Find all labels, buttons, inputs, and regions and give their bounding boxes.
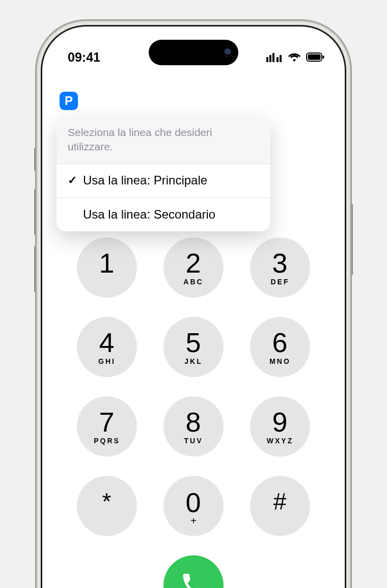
keypad-digit: 1	[99, 249, 115, 277]
keypad-key-star[interactable]: *	[77, 476, 137, 536]
line-option-label: Usa la linea: Secondario	[83, 207, 215, 222]
keypad-letters: WXYZ	[267, 437, 293, 445]
phone-keypad: 1 2 ABC 3 DEF 4 GHI 5 JKL 6 MNO	[76, 237, 311, 536]
keypad-key-9[interactable]: 9 WXYZ	[250, 396, 310, 457]
volume-up-button	[34, 189, 38, 235]
keypad-key-0[interactable]: 0 +	[163, 476, 224, 536]
keypad-letters: DEF	[271, 278, 290, 286]
keypad-key-8[interactable]: 8 TUV	[163, 396, 224, 457]
keypad-digit: 5	[185, 329, 201, 356]
keypad-key-2[interactable]: 2 ABC	[163, 237, 224, 298]
keypad-key-1[interactable]: 1	[77, 237, 137, 298]
line-selection-instruction: Seleziona la linea che desideri utilizza…	[57, 117, 270, 164]
keypad-digit: 7	[99, 408, 115, 436]
keypad-digit: 3	[272, 249, 288, 277]
keypad-digit: 6	[272, 329, 288, 356]
keypad-key-4[interactable]: 4 GHI	[77, 317, 137, 377]
keypad-key-3[interactable]: 3 DEF	[250, 237, 310, 298]
line-option-secondario[interactable]: Usa la linea: Secondario	[57, 198, 270, 231]
keypad-digit: 2	[185, 249, 201, 277]
keypad-letters: PQRS	[94, 437, 120, 445]
keypad-digit: 9	[272, 408, 288, 436]
keypad-letters: JKL	[184, 357, 202, 365]
line-indicator-letter: P	[65, 94, 73, 108]
keypad-digit: 4	[99, 329, 115, 356]
phone-screen: 09:41	[42, 26, 345, 588]
call-button[interactable]	[163, 555, 224, 588]
keypad-key-5[interactable]: 5 JKL	[163, 317, 224, 377]
keypad-key-7[interactable]: 7 PQRS	[77, 396, 137, 457]
line-option-label: Usa la linea: Principale	[83, 173, 207, 188]
keypad-digit: *	[102, 490, 112, 513]
keypad-plus: +	[190, 515, 197, 523]
volume-mute-switch	[34, 148, 38, 171]
keypad-key-hash[interactable]: #	[250, 476, 310, 536]
keypad-letters: TUV	[184, 437, 203, 445]
checkmark-icon: ✓	[68, 174, 83, 187]
keypad-digit: #	[273, 490, 287, 513]
keypad-key-6[interactable]: 6 MNO	[250, 317, 310, 377]
power-button	[349, 204, 353, 275]
keypad-letters: GHI	[98, 357, 116, 365]
volume-down-button	[34, 246, 38, 292]
keypad-letters: ABC	[183, 278, 203, 286]
keypad-digit: 8	[185, 408, 201, 436]
phone-icon	[180, 571, 207, 588]
keypad-digit: 0	[185, 489, 201, 516]
line-selection-popover: Seleziona la linea che desideri utilizza…	[57, 117, 270, 231]
keypad-letters: MNO	[269, 357, 291, 365]
line-indicator-badge[interactable]: P	[60, 92, 78, 110]
line-option-principale[interactable]: ✓ Usa la linea: Principale	[57, 164, 270, 198]
